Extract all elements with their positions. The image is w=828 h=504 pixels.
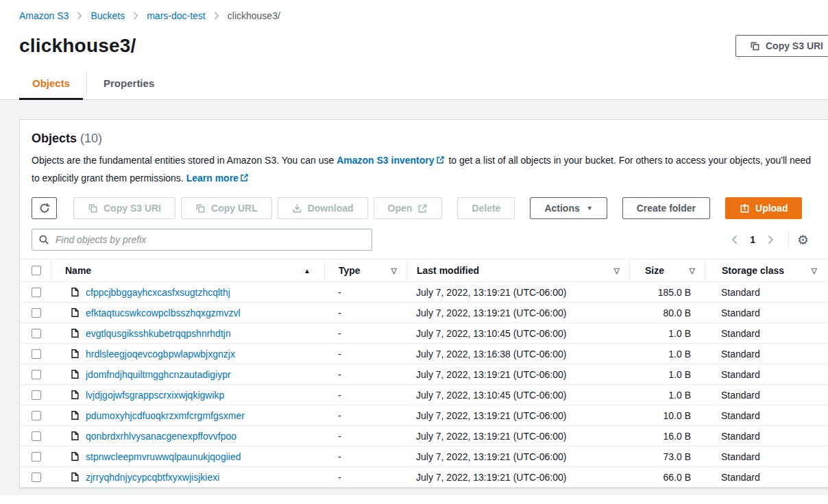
row-type-cell: - [324,410,406,421]
previous-page-button[interactable] [725,231,743,249]
row-size-cell: 73.0 B [629,451,705,462]
description-text: Objects are the fundamental entities sto… [32,155,337,166]
filter-icon[interactable]: ▽ [391,266,397,275]
actions-button[interactable]: Actions ▼ [530,197,607,219]
next-page-button[interactable] [762,231,780,249]
create-folder-label: Create folder [637,203,696,214]
row-storage-class-cell: Standard [705,287,828,298]
row-type-cell: - [324,328,406,339]
upload-icon [740,203,750,214]
table-row: jdomfndjhquiltmgghcnzautadigiypr - July … [20,364,828,385]
pagination-divider [788,231,789,248]
copy-s3-uri-label: Copy S3 URI [103,203,161,214]
object-name-link[interactable]: cfppcjbbggayhcxcasfxsugtzhcqlthj [86,287,230,298]
upload-label: Upload [755,203,788,214]
header-name[interactable]: Name ▲ [51,260,324,281]
object-name-link[interactable]: pdumoxyhjcdfuoqkrzxmfcrgmfgsxmer [86,410,245,421]
row-name-cell: jdomfndjhquiltmgghcnzautadigiypr [51,369,324,380]
row-checkbox[interactable] [32,390,41,400]
row-name-cell: hrdlsleegjoqevcogbpwlapwbjxgnzjx [51,349,324,360]
upload-button[interactable]: Upload [725,197,802,219]
copy-s3-uri-button[interactable]: Copy S3 URI [73,197,175,219]
row-checkbox-cell [20,473,51,482]
sort-ascending-icon[interactable]: ▲ [304,267,310,275]
header-type[interactable]: Type ▽ [324,260,406,281]
tab-objects[interactable]: Objects [19,66,83,99]
breadcrumb-item-bucket[interactable]: mars-doc-test [147,10,206,21]
create-folder-button[interactable]: Create folder [622,197,710,219]
page-title: clickhouse3/ [19,35,136,57]
row-checkbox[interactable] [32,411,41,420]
document-icon [70,431,80,441]
header-last-modified[interactable]: Last modified ▽ [406,260,629,281]
row-size-cell: 1.0 B [629,390,705,401]
filter-icon[interactable]: ▽ [812,266,817,275]
row-checkbox[interactable] [32,288,41,297]
breadcrumb-item-current: clickhouse3/ [228,10,280,21]
copy-icon [88,203,98,214]
select-all-checkbox[interactable] [32,266,41,275]
document-icon [70,472,80,482]
header-name-label: Name [65,265,91,276]
objects-table: Name ▲ Type ▽ Last modified ▽ Size ▽ Sto… [20,259,828,488]
header-size[interactable]: Size ▽ [629,260,705,281]
object-name-link[interactable]: evgtlqusgiksshkubetrqqpshnrhdtjn [86,328,231,339]
row-checkbox[interactable] [32,370,41,379]
row-type-cell: - [324,451,406,462]
row-checkbox[interactable] [32,473,41,482]
filter-icon[interactable]: ▽ [614,266,620,275]
object-name-link[interactable]: efktaqtucswkcowpclbsszhqxgzmvzvl [86,307,241,318]
copy-s3-uri-header-button[interactable]: Copy S3 URI [735,35,828,57]
open-label: Open [388,203,413,214]
copy-icon [750,41,760,51]
row-checkbox[interactable] [32,452,41,462]
find-objects-input[interactable] [32,229,372,251]
copy-s3-uri-header-label: Copy S3 URI [766,40,823,51]
document-icon [70,390,80,400]
breadcrumb-separator-icon [212,12,221,20]
copy-url-button[interactable]: Copy URL [181,197,272,219]
object-name-link[interactable]: jdomfndjhquiltmgghcnzautadigiypr [86,369,231,380]
breadcrumb-item-buckets[interactable]: Buckets [90,10,125,21]
page-header: Amazon S3 Buckets mars-doc-test clickhou… [0,0,828,100]
row-checkbox[interactable] [32,329,41,338]
object-name-link[interactable]: stpnwcleepmvruwwqlpaunukjqogiied [86,451,241,462]
row-name-cell: pdumoxyhjcdfuoqkrzxmfcrgmfgsxmer [51,410,324,421]
amazon-s3-inventory-link[interactable]: Amazon S3 inventory [337,155,434,166]
content-area: Objects (10) Objects are the fundamental… [0,100,828,495]
table-row: zjrryqhdnjycypcqbtfxyxwjisjkiexi - July … [20,467,828,488]
download-button[interactable]: Download [278,197,368,219]
open-button[interactable]: Open [374,197,443,219]
header-storage-class[interactable]: Storage class ▽ [705,260,828,281]
object-name-link[interactable]: zjrryqhdnjycypcqbtfxyxwjisjkiexi [86,472,219,483]
row-checkbox[interactable] [32,308,41,318]
refresh-button[interactable] [32,197,57,219]
settings-gear-icon[interactable]: ⚙ [797,234,809,247]
external-link-icon [240,173,249,182]
row-checkbox[interactable] [32,431,41,441]
objects-panel: Objects (10) Objects are the fundamental… [19,119,828,488]
object-name-link[interactable]: qonbrdxrhlvysanacgenexpffovvfpoo [86,431,236,442]
row-storage-class-cell: Standard [705,410,828,421]
row-checkbox-cell [20,308,51,318]
object-name-link[interactable]: lvjdjgojwfsgrappscrxixwjqkigwikp [86,390,224,401]
object-name-link[interactable]: hrdlsleegjoqevcogbpwlapwbjxgnzjx [86,349,235,360]
row-name-cell: qonbrdxrhlvysanacgenexpffovvfpoo [51,431,324,442]
table-body: cfppcjbbggayhcxcasfxsugtzhcqlthj - July … [20,282,828,488]
document-icon [70,328,80,338]
learn-more-link[interactable]: Learn more [186,173,239,184]
tab-properties[interactable]: Properties [90,66,167,99]
document-icon [70,369,80,379]
current-page-number[interactable]: 1 [746,234,759,245]
object-count: (10) [80,131,102,145]
row-checkbox[interactable] [32,349,41,359]
breadcrumb-item-amazon-s3[interactable]: Amazon S3 [19,10,69,21]
row-name-cell: evgtlqusgiksshkubetrqqpshnrhdtjn [51,328,324,339]
table-row: cfppcjbbggayhcxcasfxsugtzhcqlthj - July … [20,282,828,303]
row-type-cell: - [324,431,406,442]
filter-icon[interactable]: ▽ [690,266,695,275]
delete-button[interactable]: Delete [457,197,515,219]
row-size-cell: 66.0 B [629,472,705,483]
download-label: Download [308,203,354,214]
external-link-icon [436,155,445,164]
